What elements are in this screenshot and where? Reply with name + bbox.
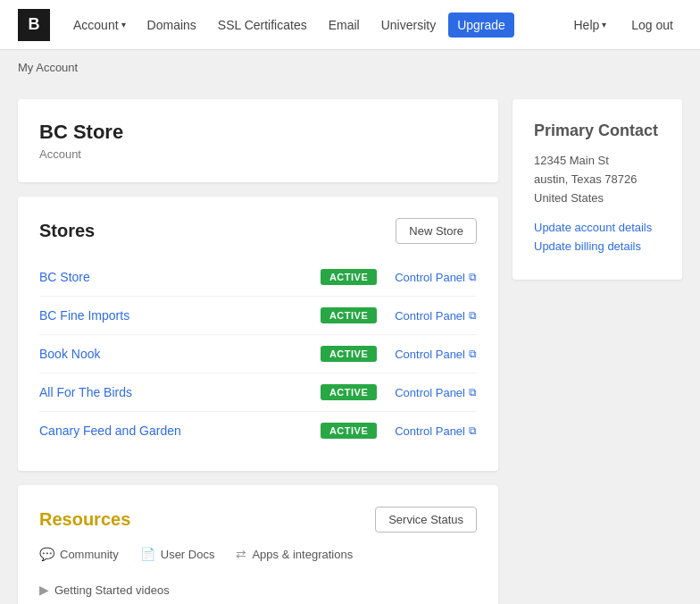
control-panel-link[interactable]: Control Panel ⧉ <box>395 271 477 284</box>
breadcrumb: My Account <box>0 50 700 85</box>
table-row: BC Store ACTIVE Control Panel ⧉ <box>39 258 477 297</box>
nav-item-email[interactable]: Email <box>320 13 369 38</box>
resources-card: Resources Service Status 💬Community📄User… <box>18 485 498 604</box>
store-title: BC Store <box>39 121 477 144</box>
external-link-icon: ⧉ <box>469 271 477 283</box>
store-name-link[interactable]: BC Fine Imports <box>39 308 321 323</box>
new-store-button[interactable]: New Store <box>396 218 477 244</box>
store-name-link[interactable]: Book Nook <box>39 347 321 361</box>
primary-contact-card: Primary Contact 12345 Main St austin, Te… <box>512 99 682 280</box>
status-badge: ACTIVE <box>321 307 377 323</box>
primary-contact-title: Primary Contact <box>534 121 661 141</box>
resources-header: Resources Service Status <box>39 507 477 533</box>
nav-item-university[interactable]: University <box>372 13 445 38</box>
update-account-link[interactable]: Update account details <box>534 221 661 234</box>
external-link-icon: ⧉ <box>469 424 477 437</box>
stores-header: Stores New Store <box>39 218 477 244</box>
nav-item-logout[interactable]: Log out <box>622 13 682 38</box>
resource-label: Community <box>60 548 119 561</box>
resource-link[interactable]: 💬Community <box>39 547 119 561</box>
nav-links: Account ▾ Domains SSL Certificates Email… <box>64 13 564 38</box>
resources-title: Resources <box>39 509 130 530</box>
nav-item-ssl[interactable]: SSL Certificates <box>209 13 316 38</box>
store-subtitle: Account <box>39 147 477 161</box>
control-panel-link[interactable]: Control Panel ⧉ <box>395 348 477 361</box>
resource-link[interactable]: ⇄Apps & integrations <box>236 547 353 561</box>
resource-label: Getting Started videos <box>54 583 170 597</box>
nav-item-domains[interactable]: Domains <box>138 13 205 38</box>
resource-label: Apps & integrations <box>252 548 353 561</box>
logo[interactable]: B <box>18 9 50 41</box>
status-badge: ACTIVE <box>321 269 377 285</box>
store-title-card: BC Store Account <box>18 99 498 182</box>
status-badge: ACTIVE <box>321 346 377 362</box>
stores-title: Stores <box>39 221 95 241</box>
nav-item-account[interactable]: Account ▾ <box>64 13 135 38</box>
status-badge: ACTIVE <box>321 423 377 439</box>
table-row: All For The Birds ACTIVE Control Panel ⧉ <box>39 373 477 412</box>
table-row: BC Fine Imports ACTIVE Control Panel ⧉ <box>39 297 477 335</box>
external-link-icon: ⧉ <box>469 309 477 322</box>
chevron-down-icon: ▾ <box>602 20 606 29</box>
status-badge: ACTIVE <box>321 384 377 400</box>
resource-icon: ▶ <box>39 583 49 597</box>
main-layout: BC Store Account Stores New Store BC Sto… <box>0 85 700 604</box>
control-panel-link[interactable]: Control Panel ⧉ <box>395 309 477 323</box>
resource-icon: 💬 <box>39 547 54 561</box>
service-status-button[interactable]: Service Status <box>375 507 477 533</box>
right-column: Primary Contact 12345 Main St austin, Te… <box>512 99 682 604</box>
store-name-link[interactable]: Canary Feed and Garden <box>39 424 321 438</box>
resource-label: User Docs <box>161 548 215 561</box>
external-link-icon: ⧉ <box>469 348 477 360</box>
external-link-icon: ⧉ <box>469 386 477 398</box>
resources-links: 💬Community📄User Docs⇄Apps & integrations… <box>39 547 477 597</box>
table-row: Book Nook ACTIVE Control Panel ⧉ <box>39 335 477 373</box>
contact-address: 12345 Main St austin, Texas 78726 United… <box>534 152 661 207</box>
left-column: BC Store Account Stores New Store BC Sto… <box>18 99 498 604</box>
logo-text: B <box>29 15 40 34</box>
control-panel-link[interactable]: Control Panel ⧉ <box>395 424 477 438</box>
store-list: BC Store ACTIVE Control Panel ⧉ BC Fine … <box>39 258 477 449</box>
chevron-down-icon: ▾ <box>121 20 126 29</box>
resource-icon: ⇄ <box>236 547 246 561</box>
control-panel-link[interactable]: Control Panel ⧉ <box>395 386 477 399</box>
nav-right: Help ▾ Log out <box>564 13 682 38</box>
nav-item-help[interactable]: Help ▾ <box>564 13 615 38</box>
navbar: B Account ▾ Domains SSL Certificates Ema… <box>0 0 700 50</box>
table-row: Canary Feed and Garden ACTIVE Control Pa… <box>39 412 477 449</box>
resource-link[interactable]: 📄User Docs <box>140 547 215 561</box>
store-name-link[interactable]: All For The Birds <box>39 385 321 399</box>
resource-link[interactable]: ▶Getting Started videos <box>39 583 170 597</box>
update-billing-link[interactable]: Update billing details <box>534 239 661 253</box>
stores-card: Stores New Store BC Store ACTIVE Control… <box>18 197 498 471</box>
resource-icon: 📄 <box>140 547 155 561</box>
nav-item-upgrade[interactable]: Upgrade <box>448 13 514 38</box>
store-name-link[interactable]: BC Store <box>39 270 321 284</box>
